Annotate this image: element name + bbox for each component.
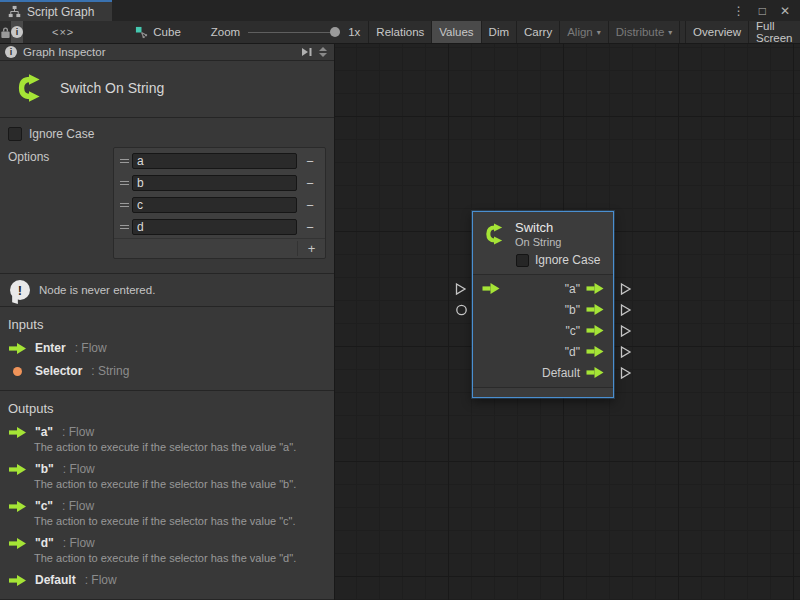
maximize-icon[interactable]: □ <box>759 5 766 17</box>
flow-port-icon <box>8 464 26 475</box>
node-port-row: "b" <box>473 299 613 320</box>
menu-icon[interactable]: ⋮ <box>733 5 745 17</box>
drag-handle-icon[interactable] <box>116 181 132 185</box>
relations-button[interactable]: Relations <box>369 21 432 43</box>
carry-button[interactable]: Carry <box>517 21 560 43</box>
remove-option-button[interactable]: − <box>297 176 323 191</box>
external-flow-port[interactable] <box>620 345 632 358</box>
inspector-toggle-button[interactable]: i <box>11 21 23 43</box>
output-item: "b" : Flow The action to execute if the … <box>8 462 326 490</box>
drag-handle-icon[interactable] <box>116 203 132 207</box>
flow-output-port[interactable] <box>586 283 604 294</box>
distribute-dropdown[interactable]: Distribute ▾ <box>609 21 681 43</box>
info-icon: i <box>11 26 23 38</box>
ignore-case-label: Ignore Case <box>29 127 94 141</box>
flow-output-port[interactable] <box>586 304 604 315</box>
drag-handle-icon[interactable] <box>116 159 132 163</box>
switch-node-icon <box>12 71 46 105</box>
port-label: Default <box>542 366 580 380</box>
node-ignore-case-setting: Ignore Case <box>516 253 605 267</box>
remove-option-button[interactable]: − <box>297 198 323 213</box>
node-port-row: "a" <box>473 278 613 299</box>
zoom-slider-knob[interactable] <box>330 27 340 37</box>
ignore-case-checkbox[interactable] <box>8 127 22 141</box>
option-input[interactable] <box>132 219 297 235</box>
option-row: − <box>114 150 325 172</box>
option-input[interactable] <box>132 153 297 169</box>
align-dropdown[interactable]: Align ▾ <box>560 21 609 43</box>
node-port-row: Default <box>473 362 613 383</box>
node-subtitle: On String <box>515 236 561 248</box>
unit-settings: Ignore Case Options − − <box>0 118 334 269</box>
warning-strip: ! Node is never entered. <box>0 273 334 307</box>
output-item: Default : Flow <box>8 573 326 587</box>
external-flow-port[interactable] <box>620 282 632 295</box>
add-option-button[interactable]: + <box>297 241 325 256</box>
drag-handle-icon[interactable] <box>116 225 132 229</box>
overview-button[interactable]: Overview <box>685 21 749 43</box>
options-label: Options <box>8 147 113 259</box>
output-item: "a" : Flow The action to execute if the … <box>8 425 326 453</box>
target-label: Cube <box>153 26 181 38</box>
ignore-case-label: Ignore Case <box>535 253 600 267</box>
flow-port-icon <box>8 427 26 438</box>
zoom-slider-track[interactable] <box>248 32 340 34</box>
switch-node-icon <box>481 221 507 247</box>
edit-script-button[interactable]: <×> <box>45 21 81 43</box>
graph-inspector-title: Graph Inspector <box>23 46 105 58</box>
zoom-slider[interactable] <box>248 27 340 37</box>
graph-inspector-panel: i Graph Inspector <box>0 44 335 600</box>
flow-output-port[interactable] <box>586 325 604 336</box>
external-flow-port[interactable] <box>620 324 632 337</box>
flow-port-icon <box>8 343 26 354</box>
panel-resize-spinner[interactable] <box>317 47 329 57</box>
output-description: The action to execute if the selector ha… <box>34 478 326 490</box>
window-controls: ⋮ □ ✕ <box>723 0 800 21</box>
switch-on-string-node[interactable]: Switch On String Ignore Case <box>472 211 614 398</box>
external-flow-port[interactable] <box>455 282 467 295</box>
zoom-label: Zoom <box>211 26 240 38</box>
node-ports: "a" "b" <box>473 274 613 387</box>
script-machine-icon <box>135 26 148 39</box>
flow-output-port[interactable] <box>586 367 604 378</box>
external-flow-port[interactable] <box>620 366 632 379</box>
graph-toolbar: i <×> Cube Zoom 1x <box>0 21 800 44</box>
graph-target[interactable]: Cube <box>127 21 189 43</box>
dim-button[interactable]: Dim <box>482 21 517 43</box>
option-input[interactable] <box>132 197 297 213</box>
tab-bar: Script Graph ⋮ □ ✕ <box>0 0 800 21</box>
external-value-port[interactable] <box>455 303 468 316</box>
values-button[interactable]: Values <box>432 21 481 43</box>
outputs-title: Outputs <box>8 401 326 416</box>
remove-option-button[interactable]: − <box>297 220 323 235</box>
dock-panel-icon[interactable] <box>301 47 313 57</box>
port-label: "b" <box>565 303 580 317</box>
option-input[interactable] <box>132 175 297 191</box>
flow-input-port[interactable] <box>482 283 500 294</box>
flow-output-port[interactable] <box>586 346 604 357</box>
info-icon: i <box>5 46 17 58</box>
node-header[interactable]: Switch On String Ignore Case <box>473 212 613 274</box>
graph-inspector-header: i Graph Inspector <box>0 44 334 61</box>
lock-button[interactable] <box>0 21 11 43</box>
remove-option-button[interactable]: − <box>297 154 323 169</box>
external-flow-port[interactable] <box>620 303 632 316</box>
graph-hierarchy-icon <box>8 5 21 18</box>
input-item: Enter : Flow <box>8 341 326 355</box>
node-port-row: "c" <box>473 320 613 341</box>
graph-canvas[interactable]: Switch On String Ignore Case <box>335 44 800 600</box>
options-list-footer: + <box>114 238 325 258</box>
option-row: − <box>114 216 325 238</box>
lock-icon <box>0 26 11 39</box>
unit-title-block: Switch On String <box>0 61 334 118</box>
toolbar-button-group: Relations Values Dim Carry Align ▾ Distr… <box>368 21 800 43</box>
zoom-control: Zoom 1x <box>211 21 369 43</box>
zoom-value: 1x <box>348 26 360 38</box>
close-icon[interactable]: ✕ <box>780 5 790 17</box>
outputs-section: Outputs "a" : Flow The action to execute… <box>0 391 334 600</box>
output-item: "d" : Flow The action to execute if the … <box>8 536 326 564</box>
tab-script-graph[interactable]: Script Graph <box>0 0 112 21</box>
port-label: "a" <box>565 282 580 296</box>
ignore-case-checkbox[interactable] <box>516 254 529 267</box>
full-screen-button[interactable]: Full Screen <box>749 21 800 43</box>
